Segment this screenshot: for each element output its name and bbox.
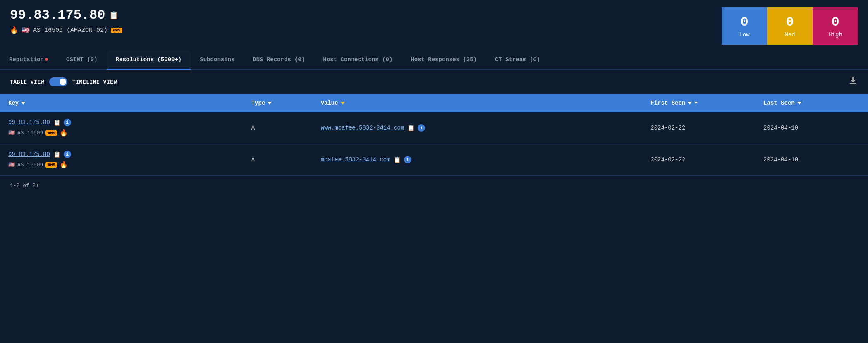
toggle-group: TABLE VIEW TIMELINE VIEW [10, 77, 117, 86]
key-copy-icon-1[interactable]: 📋 [53, 151, 60, 158]
value-info-icon-0[interactable]: i [418, 124, 425, 132]
score-med-label: Med [784, 31, 795, 38]
value-copy-icon-0[interactable]: 📋 [407, 125, 414, 132]
timeline-view-label: TIMELINE VIEW [72, 79, 117, 85]
score-high-value: 0 [831, 14, 839, 30]
score-low: 0 Low [722, 7, 767, 45]
key-aws-badge-0: aws [45, 130, 57, 136]
cell-last-seen-0: 2024-04-10 [755, 112, 868, 144]
value-link-1[interactable]: mcafee.5832-3414.com [321, 156, 390, 163]
value-link-0[interactable]: www.mcafee.5832-3414.com [321, 125, 404, 131]
tab-reputation[interactable]: Reputation [0, 50, 57, 70]
score-high: 0 High [813, 7, 858, 45]
view-toggle-switch[interactable] [49, 77, 67, 86]
fire-icon: 🔥 [10, 26, 18, 34]
pagination-text: 1-2 of 2+ [10, 182, 39, 189]
tab-osint[interactable]: OSINT (0) [57, 50, 107, 70]
key-ip-link-1[interactable]: 99.83.175.80 [8, 151, 50, 158]
header-left: 99.83.175.80 📋 🔥 🇺🇸 AS 16509 (AMAZON-02)… [10, 7, 122, 34]
svg-rect-0 [850, 83, 856, 84]
key-asn-0: AS 16509 [17, 130, 43, 136]
key-flag-1: 🇺🇸 [8, 161, 15, 168]
key-fire-icon-0: 🔥 [60, 129, 68, 137]
score-high-label: High [828, 31, 842, 38]
score-low-label: Low [739, 31, 749, 38]
resolutions-table: Key Type Value First Seen [0, 94, 868, 176]
value-copy-icon-1[interactable]: 📋 [394, 156, 401, 163]
table-row: 99.83.175.80 📋 i 🇺🇸 AS 16509 aws 🔥 A www… [0, 112, 868, 144]
cell-value-0: www.mcafee.5832-3414.com 📋 i [313, 112, 643, 144]
flag-icon: 🇺🇸 [22, 26, 30, 34]
key-info-icon-0[interactable]: i [64, 119, 71, 126]
cell-key-0: 99.83.175.80 📋 i 🇺🇸 AS 16509 aws 🔥 [0, 112, 243, 144]
key-flag-0: 🇺🇸 [8, 130, 15, 136]
key-ip-link-0[interactable]: 99.83.175.80 [8, 119, 50, 126]
cell-type-1: A [243, 144, 313, 176]
th-value: Value [313, 94, 643, 112]
key-info-icon-1[interactable]: i [64, 151, 71, 158]
pagination: 1-2 of 2+ [0, 176, 868, 195]
download-icon[interactable] [848, 76, 858, 88]
value-filter-icon[interactable] [341, 102, 345, 105]
th-key: Key [0, 94, 243, 112]
type-filter-icon[interactable] [268, 102, 272, 105]
tab-host-connections[interactable]: Host Connections (0) [314, 50, 402, 70]
asn-label: AS 16509 (AMAZON-02) [33, 27, 108, 34]
tab-host-responses[interactable]: Host Responses (35) [402, 50, 486, 70]
th-first-seen: First Seen [642, 94, 755, 112]
cell-value-1: mcafee.5832-3414.com 📋 i [313, 144, 643, 176]
ip-address: 99.83.175.80 [10, 7, 105, 23]
tab-ct-stream[interactable]: CT Stream (0) [486, 50, 549, 70]
ip-title-row: 99.83.175.80 📋 [10, 7, 122, 23]
table-view-label: TABLE VIEW [10, 79, 44, 85]
cell-first-seen-0: 2024-02-22 [642, 112, 755, 144]
tab-subdomains[interactable]: Subdomains [191, 50, 244, 70]
tab-resolutions[interactable]: Resolutions (5000+) [107, 50, 191, 70]
asn-row: 🔥 🇺🇸 AS 16509 (AMAZON-02) aws [10, 26, 122, 34]
cell-type-0: A [243, 112, 313, 144]
key-filter-icon[interactable] [21, 102, 25, 105]
cell-last-seen-1: 2024-04-10 [755, 144, 868, 176]
value-info-icon-1[interactable]: i [404, 156, 411, 163]
tab-dns-records[interactable]: DNS Records (0) [244, 50, 314, 70]
view-toggle-bar: TABLE VIEW TIMELINE VIEW [0, 70, 868, 94]
key-copy-icon-0[interactable]: 📋 [53, 119, 60, 126]
score-med-value: 0 [786, 14, 794, 30]
score-badges: 0 Low 0 Med 0 High [722, 7, 858, 45]
th-type: Type [243, 94, 313, 112]
table-row: 99.83.175.80 📋 i 🇺🇸 AS 16509 aws 🔥 A mca… [0, 144, 868, 176]
key-aws-badge-1: aws [45, 162, 57, 168]
cell-key-1: 99.83.175.80 📋 i 🇺🇸 AS 16509 aws 🔥 [0, 144, 243, 176]
copy-ip-icon[interactable]: 📋 [109, 11, 118, 20]
th-last-seen: Last Seen [755, 94, 868, 112]
first-seen-sort-icon[interactable] [694, 102, 698, 104]
tabs-bar: Reputation OSINT (0) Resolutions (5000+)… [0, 50, 868, 70]
cell-first-seen-1: 2024-02-22 [642, 144, 755, 176]
table-header-row: Key Type Value First Seen [0, 94, 868, 112]
key-fire-icon-1: 🔥 [60, 161, 68, 169]
score-low-value: 0 [740, 14, 748, 30]
aws-badge: aws [111, 28, 122, 33]
reputation-dot [45, 58, 48, 61]
key-asn-1: AS 16509 [17, 162, 43, 168]
score-med: 0 Med [767, 7, 813, 45]
header: 99.83.175.80 📋 🔥 🇺🇸 AS 16509 (AMAZON-02)… [0, 0, 868, 50]
first-seen-filter-icon[interactable] [688, 102, 692, 105]
last-seen-filter-icon[interactable] [797, 102, 801, 105]
